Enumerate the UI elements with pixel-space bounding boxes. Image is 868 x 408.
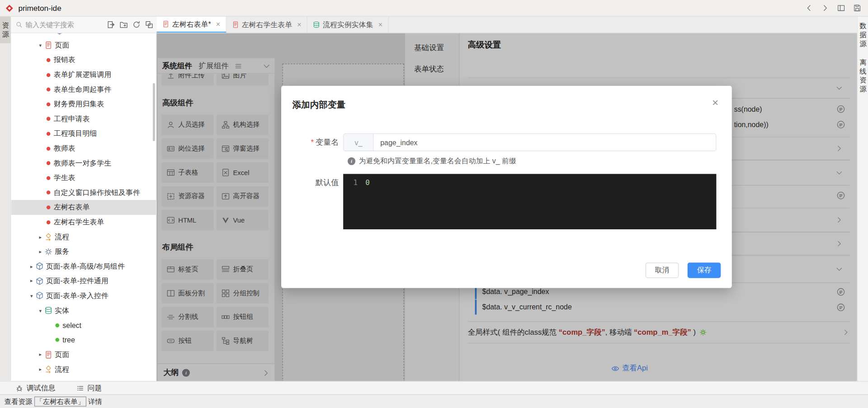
red-dot-icon	[47, 220, 51, 224]
collapsed-arrow-icon[interactable]: ▸	[37, 352, 44, 357]
tree-item-7[interactable]: 工程项目明细	[11, 126, 156, 141]
search-input[interactable]	[25, 21, 84, 28]
navback-icon[interactable]	[805, 4, 813, 12]
tree-item-16[interactable]: ▸页面-表单-高级/布局组件	[11, 259, 156, 274]
tree-item-label: tree	[62, 336, 75, 344]
app-window: primeton-ide 资源 左树右表单*×左树右学生表单×流程实例实体集× …	[0, 0, 868, 408]
tree-scrollbar[interactable]	[153, 83, 155, 142]
tree-item-11[interactable]: 自定义窗口操作按钮及事件	[11, 185, 156, 200]
tree-item-label: 工程项目明细	[54, 129, 97, 139]
close-icon[interactable]: ×	[216, 20, 220, 28]
status-resource: 「左树右表单」	[34, 397, 86, 407]
app-logo-icon	[5, 4, 14, 13]
tree-item-19[interactable]: ▾实体	[11, 303, 156, 318]
module-icon	[35, 292, 43, 300]
tree-item-1[interactable]: ▾页面	[11, 38, 156, 53]
module-icon	[55, 33, 63, 34]
tree-item-4[interactable]: 表单生命周起事件	[11, 82, 156, 97]
right-panel-tab-2[interactable]: 离线资源	[858, 53, 868, 99]
tree-item-15[interactable]: ▸服务	[11, 244, 156, 259]
tree-item-13[interactable]: 左树右学生表单	[11, 215, 156, 230]
bottom-tab-label: 问题	[87, 383, 102, 393]
red-dot-icon	[47, 161, 51, 165]
tree-item-6[interactable]: 工程申请表	[11, 112, 156, 127]
collapsed-arrow-icon[interactable]: ▸	[28, 278, 35, 284]
editor-tab-3[interactable]: 流程实例实体集×	[307, 17, 389, 33]
locate-icon[interactable]	[107, 20, 115, 28]
status-bar: 查看资源 「左树右表单」 详情	[0, 394, 868, 408]
tree-item-3[interactable]: 表单扩展逻辑调用	[11, 67, 156, 82]
resource-tree: ▾页面报销表表单扩展逻辑调用表单生命周起事件财务费用归集表工程申请表工程项目明细…	[11, 33, 156, 381]
collapsed-arrow-icon[interactable]: ▸	[28, 264, 35, 269]
page-icon	[162, 20, 170, 28]
expanded-arrow-icon[interactable]: ▾	[37, 43, 44, 48]
tree-item-14[interactable]: ▸流程	[11, 229, 156, 244]
save-button[interactable]: 保存	[688, 262, 721, 278]
variable-name-input[interactable]	[374, 134, 716, 151]
tab-label: 左树右学生表单	[242, 19, 292, 29]
tree-item-0[interactable]	[11, 33, 156, 38]
debug-icon	[15, 384, 23, 392]
tree-item-10[interactable]: 学生表	[11, 171, 156, 185]
red-dot-icon	[47, 73, 51, 77]
tree-item-label: 页面	[55, 350, 69, 360]
default-value-code-editor[interactable]: 1 0	[343, 174, 716, 229]
tree-item-label: 页面	[55, 40, 69, 50]
service-icon	[44, 247, 52, 256]
layout-icon[interactable]	[837, 4, 845, 12]
collapseall-icon[interactable]	[145, 20, 153, 28]
collapsed-arrow-icon[interactable]: ▸	[37, 234, 44, 239]
resource-search[interactable]	[15, 21, 107, 28]
red-dot-icon	[47, 117, 51, 121]
red-dot-icon	[47, 132, 51, 136]
tab-label: 流程实例实体集	[323, 19, 373, 29]
tree-item-label: 流程	[55, 365, 69, 375]
add-variable-dialog: 添加内部变量 × *变量名 v_ i 为避免和内置变量重名,变量名会自动加上 v…	[281, 86, 732, 288]
tree-item-2[interactable]: 报销表	[11, 53, 156, 68]
cancel-button[interactable]: 取消	[646, 262, 679, 278]
collapsed-arrow-icon[interactable]: ▸	[37, 367, 44, 372]
dialog-footer: 取消 保存	[646, 262, 721, 278]
right-panel-strip: 数据源离线资源	[857, 17, 868, 381]
tree-item-12[interactable]: 左树右表单	[11, 200, 156, 215]
tree-item-5[interactable]: 财务费用归集表	[11, 97, 156, 112]
tree-item-18[interactable]: ▾页面-表单-录入控件	[11, 289, 156, 304]
tree-item-23[interactable]: ▸流程	[11, 362, 156, 377]
bottom-tab-debug-info[interactable]: 调试信息	[15, 383, 55, 393]
tree-item-22[interactable]: ▸页面	[11, 347, 156, 362]
editor-tab-1[interactable]: 左树右表单*×	[157, 17, 226, 33]
expanded-arrow-icon[interactable]: ▾	[37, 308, 44, 313]
tree-item-9[interactable]: 教师表一对多学生	[11, 156, 156, 171]
code-text: 0	[365, 177, 370, 188]
collapsed-arrow-icon[interactable]: ▸	[37, 249, 44, 254]
tree-item-label: 财务费用归集表	[54, 100, 104, 109]
tree-item-label: 工程申请表	[54, 114, 90, 124]
bottom-tab-problems[interactable]: 问题	[76, 383, 102, 393]
tree-item-21[interactable]: tree	[11, 332, 156, 347]
tree-item-17[interactable]: ▸页面-表单-控件通用	[11, 274, 156, 289]
flow-icon	[44, 232, 52, 241]
tree-item-20[interactable]: select	[11, 318, 156, 333]
sidebar-toolbar	[11, 17, 156, 33]
right-panel-tab-1[interactable]: 数据源	[858, 17, 868, 53]
tree-item-label: 自定义窗口操作按钮及事件	[54, 188, 140, 198]
newfolder-icon[interactable]	[119, 20, 127, 28]
tree-item-label: 表单扩展逻辑调用	[54, 70, 111, 80]
panel-tab-resources[interactable]: 资源	[0, 17, 10, 43]
close-icon[interactable]: ×	[297, 21, 301, 28]
tree-item-label: 学生表	[54, 173, 75, 183]
navforward-icon[interactable]	[821, 4, 829, 12]
page-icon	[232, 21, 239, 28]
save-icon[interactable]	[853, 4, 861, 12]
tree-item-8[interactable]: 教师表	[11, 141, 156, 156]
tree-item-label: 报销表	[54, 55, 75, 65]
tree-item-label: 教师表	[54, 143, 75, 153]
expanded-arrow-icon[interactable]: ▾	[28, 293, 35, 299]
info-icon: i	[348, 157, 355, 165]
green-dot-icon	[55, 323, 59, 327]
close-icon[interactable]: ×	[712, 97, 718, 108]
editor-tab-bar: 左树右表单*×左树右学生表单×流程实例实体集×	[157, 17, 857, 33]
refresh-icon[interactable]	[132, 20, 141, 28]
close-icon[interactable]: ×	[378, 21, 382, 28]
editor-tab-2[interactable]: 左树右学生表单×	[226, 17, 307, 33]
